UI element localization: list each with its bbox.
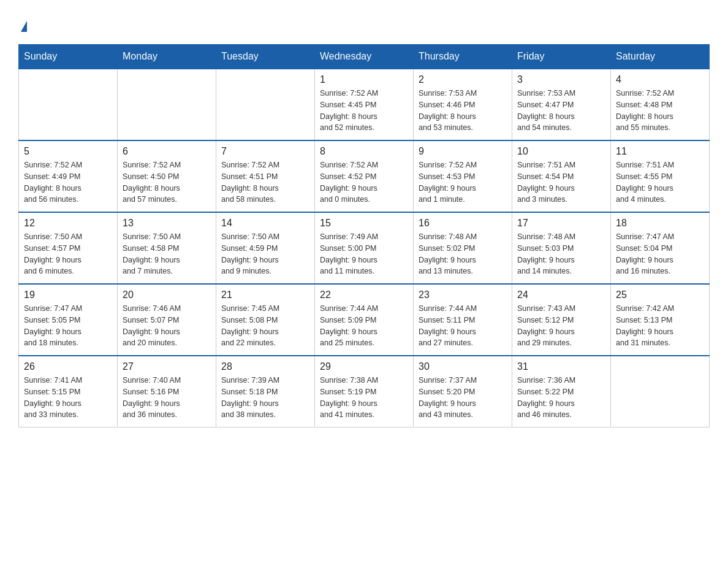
calendar-cell: 2Sunrise: 7:53 AMSunset: 4:46 PMDaylight… [414,69,512,140]
calendar-cell: 31Sunrise: 7:36 AMSunset: 5:22 PMDayligh… [512,356,611,427]
calendar-header: SundayMondayTuesdayWednesdayThursdayFrid… [19,45,710,69]
day-info: Sunrise: 7:50 AMSunset: 4:58 PMDaylight:… [123,231,211,277]
day-number: 2 [419,74,507,85]
logo-triangle-icon [21,21,27,32]
day-info: Sunrise: 7:38 AMSunset: 5:19 PMDaylight:… [320,375,408,421]
day-number: 29 [320,361,408,372]
calendar-cell: 3Sunrise: 7:53 AMSunset: 4:47 PMDaylight… [512,69,611,140]
day-number: 24 [517,289,605,301]
day-info: Sunrise: 7:44 AMSunset: 5:11 PMDaylight:… [419,303,507,349]
calendar-cell: 1Sunrise: 7:52 AMSunset: 4:45 PMDaylight… [315,69,414,140]
header-tuesday: Tuesday [216,45,315,69]
day-number: 5 [24,146,112,157]
day-info: Sunrise: 7:45 AMSunset: 5:08 PMDaylight:… [221,303,309,349]
week-row-5: 26Sunrise: 7:41 AMSunset: 5:15 PMDayligh… [19,356,710,427]
calendar-cell: 14Sunrise: 7:50 AMSunset: 4:59 PMDayligh… [216,212,315,284]
header-row: SundayMondayTuesdayWednesdayThursdayFrid… [19,45,710,69]
day-info: Sunrise: 7:50 AMSunset: 4:59 PMDaylight:… [221,231,309,277]
day-number: 1 [320,74,408,85]
day-number: 25 [616,289,704,301]
page-header [18,18,710,32]
day-info: Sunrise: 7:52 AMSunset: 4:48 PMDaylight:… [616,88,704,134]
calendar-cell: 23Sunrise: 7:44 AMSunset: 5:11 PMDayligh… [414,284,512,356]
day-number: 3 [517,74,605,85]
day-number: 21 [221,289,309,301]
day-info: Sunrise: 7:46 AMSunset: 5:07 PMDaylight:… [123,303,211,349]
day-info: Sunrise: 7:37 AMSunset: 5:20 PMDaylight:… [419,375,507,421]
day-number: 7 [221,146,309,157]
logo-general-text [18,18,27,32]
calendar-cell: 13Sunrise: 7:50 AMSunset: 4:58 PMDayligh… [118,212,216,284]
day-number: 22 [320,289,408,301]
day-info: Sunrise: 7:52 AMSunset: 4:51 PMDaylight:… [221,159,309,205]
day-info: Sunrise: 7:47 AMSunset: 5:04 PMDaylight:… [616,231,704,277]
calendar-cell: 4Sunrise: 7:52 AMSunset: 4:48 PMDaylight… [611,69,710,140]
day-number: 12 [24,218,112,229]
day-number: 8 [320,146,408,157]
calendar-cell: 30Sunrise: 7:37 AMSunset: 5:20 PMDayligh… [414,356,512,427]
day-number: 27 [123,361,211,372]
calendar-cell: 7Sunrise: 7:52 AMSunset: 4:51 PMDaylight… [216,140,315,212]
day-info: Sunrise: 7:52 AMSunset: 4:53 PMDaylight:… [419,159,507,205]
day-number: 19 [24,289,112,301]
day-info: Sunrise: 7:42 AMSunset: 5:13 PMDaylight:… [616,303,704,349]
calendar-cell: 17Sunrise: 7:48 AMSunset: 5:03 PMDayligh… [512,212,611,284]
calendar-cell: 28Sunrise: 7:39 AMSunset: 5:18 PMDayligh… [216,356,315,427]
header-monday: Monday [118,45,216,69]
day-info: Sunrise: 7:43 AMSunset: 5:12 PMDaylight:… [517,303,605,349]
week-row-4: 19Sunrise: 7:47 AMSunset: 5:05 PMDayligh… [19,284,710,356]
day-number: 15 [320,218,408,229]
calendar-cell: 26Sunrise: 7:41 AMSunset: 5:15 PMDayligh… [19,356,118,427]
calendar-cell: 22Sunrise: 7:44 AMSunset: 5:09 PMDayligh… [315,284,414,356]
calendar-cell: 11Sunrise: 7:51 AMSunset: 4:55 PMDayligh… [611,140,710,212]
calendar-cell: 12Sunrise: 7:50 AMSunset: 4:57 PMDayligh… [19,212,118,284]
day-number: 30 [419,361,507,372]
logo [18,18,27,32]
header-sunday: Sunday [19,45,118,69]
calendar-cell: 8Sunrise: 7:52 AMSunset: 4:52 PMDaylight… [315,140,414,212]
calendar-cell [118,69,216,140]
day-info: Sunrise: 7:48 AMSunset: 5:02 PMDaylight:… [419,231,507,277]
day-info: Sunrise: 7:36 AMSunset: 5:22 PMDaylight:… [517,375,605,421]
calendar-cell: 20Sunrise: 7:46 AMSunset: 5:07 PMDayligh… [118,284,216,356]
calendar-cell: 25Sunrise: 7:42 AMSunset: 5:13 PMDayligh… [611,284,710,356]
week-row-3: 12Sunrise: 7:50 AMSunset: 4:57 PMDayligh… [19,212,710,284]
day-number: 10 [517,146,605,157]
day-info: Sunrise: 7:50 AMSunset: 4:57 PMDaylight:… [24,231,112,277]
header-thursday: Thursday [414,45,512,69]
day-info: Sunrise: 7:47 AMSunset: 5:05 PMDaylight:… [24,303,112,349]
calendar-cell: 16Sunrise: 7:48 AMSunset: 5:02 PMDayligh… [414,212,512,284]
calendar-body: 1Sunrise: 7:52 AMSunset: 4:45 PMDaylight… [19,69,710,427]
day-number: 11 [616,146,704,157]
day-info: Sunrise: 7:48 AMSunset: 5:03 PMDaylight:… [517,231,605,277]
calendar-cell: 10Sunrise: 7:51 AMSunset: 4:54 PMDayligh… [512,140,611,212]
day-info: Sunrise: 7:52 AMSunset: 4:52 PMDaylight:… [320,159,408,205]
day-number: 20 [123,289,211,301]
day-number: 13 [123,218,211,229]
calendar-cell: 9Sunrise: 7:52 AMSunset: 4:53 PMDaylight… [414,140,512,212]
day-number: 18 [616,218,704,229]
day-info: Sunrise: 7:44 AMSunset: 5:09 PMDaylight:… [320,303,408,349]
day-number: 26 [24,361,112,372]
header-wednesday: Wednesday [315,45,414,69]
calendar-cell: 24Sunrise: 7:43 AMSunset: 5:12 PMDayligh… [512,284,611,356]
calendar-cell [611,356,710,427]
day-info: Sunrise: 7:39 AMSunset: 5:18 PMDaylight:… [221,375,309,421]
day-info: Sunrise: 7:49 AMSunset: 5:00 PMDaylight:… [320,231,408,277]
day-number: 23 [419,289,507,301]
day-info: Sunrise: 7:51 AMSunset: 4:54 PMDaylight:… [517,159,605,205]
calendar-cell: 29Sunrise: 7:38 AMSunset: 5:19 PMDayligh… [315,356,414,427]
calendar-cell: 21Sunrise: 7:45 AMSunset: 5:08 PMDayligh… [216,284,315,356]
day-number: 6 [123,146,211,157]
header-friday: Friday [512,45,611,69]
day-info: Sunrise: 7:51 AMSunset: 4:55 PMDaylight:… [616,159,704,205]
day-number: 4 [616,74,704,85]
calendar-cell [19,69,118,140]
week-row-2: 5Sunrise: 7:52 AMSunset: 4:49 PMDaylight… [19,140,710,212]
day-number: 9 [419,146,507,157]
calendar-table: SundayMondayTuesdayWednesdayThursdayFrid… [18,44,710,427]
day-number: 17 [517,218,605,229]
calendar-cell [216,69,315,140]
calendar-cell: 19Sunrise: 7:47 AMSunset: 5:05 PMDayligh… [19,284,118,356]
day-number: 14 [221,218,309,229]
